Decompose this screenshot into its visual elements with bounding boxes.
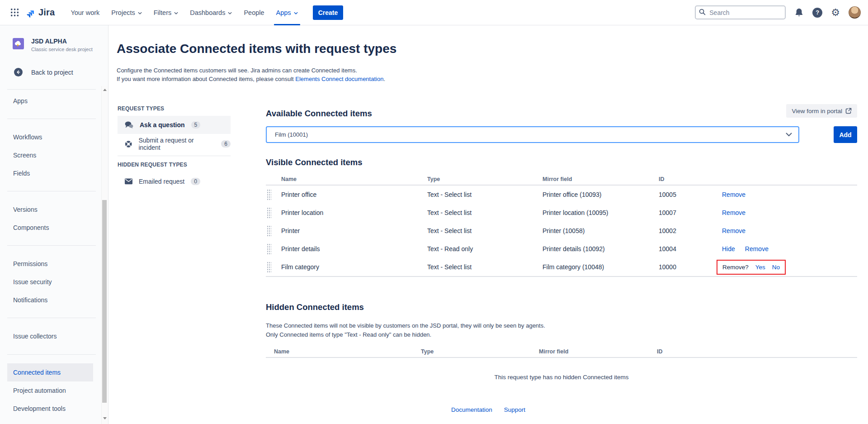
- app-switcher-icon[interactable]: [7, 5, 22, 20]
- jira-logo-icon: [24, 7, 36, 18]
- description-line-2: If you want more information about Conne…: [117, 75, 385, 83]
- hidden-section-description: These Connected items will not be visibl…: [266, 321, 545, 339]
- connected-item-select[interactable]: Film (10001): [266, 126, 799, 143]
- available-connected-items-heading: Available Connected items: [266, 109, 372, 119]
- request-type-count-badge: 5: [191, 121, 201, 129]
- elements-connect-documentation-link[interactable]: Elements Connect documentation: [295, 76, 383, 82]
- cell-id: 10002: [659, 227, 722, 234]
- chevron-down-icon: [138, 12, 142, 14]
- remove-link[interactable]: Remove: [722, 227, 745, 234]
- settings-gear-icon[interactable]: ⚙: [831, 8, 840, 18]
- nav-label: Apps: [276, 9, 291, 16]
- user-avatar[interactable]: [849, 6, 861, 19]
- sidebar-item-components[interactable]: Components: [13, 223, 49, 232]
- table-row: Film category Text - Select list Film ca…: [266, 258, 857, 276]
- table-row: Printer Text - Select list Printer (1005…: [266, 222, 857, 240]
- column-header-name: Name: [274, 348, 421, 355]
- confirm-no-link[interactable]: No: [772, 264, 780, 271]
- nav-label: Filters: [154, 9, 171, 16]
- confirm-yes-link[interactable]: Yes: [755, 264, 765, 271]
- support-link[interactable]: Support: [504, 406, 525, 413]
- speech-bubbles-icon: [125, 121, 133, 129]
- remove-link[interactable]: Remove: [745, 245, 769, 252]
- remove-link[interactable]: Remove: [722, 209, 745, 216]
- nav-projects[interactable]: Projects: [105, 0, 147, 25]
- remove-link[interactable]: Remove: [722, 191, 745, 198]
- nav-people[interactable]: People: [238, 0, 270, 25]
- sidebar-item-issue-security[interactable]: Issue security: [13, 277, 52, 286]
- sidebar-item-development-tools[interactable]: Development tools: [13, 404, 66, 413]
- cell-id: 10000: [659, 263, 722, 271]
- back-to-project-button[interactable]: Back to project: [14, 68, 73, 76]
- hidden-description-line-1: These Connected items will not be visibl…: [266, 321, 545, 330]
- nav-apps[interactable]: Apps: [270, 0, 304, 25]
- add-button[interactable]: Add: [834, 126, 857, 143]
- divider: [7, 354, 96, 355]
- request-type-submit-a-request-or-incident[interactable]: Submit a request or incident 6: [118, 136, 231, 152]
- drag-handle-icon[interactable]: [267, 207, 271, 218]
- jira-logo[interactable]: Jira: [24, 7, 55, 18]
- cell-type: Text - Read only: [427, 245, 542, 252]
- request-types-section-label: REQUEST TYPES: [118, 105, 164, 112]
- page-title: Associate Connected items with request t…: [117, 42, 396, 56]
- notifications-bell-icon[interactable]: [794, 8, 804, 17]
- hidden-request-types-section-label: HIDDEN REQUEST TYPES: [118, 162, 187, 168]
- empty-state-message: This request type has no hidden Connecte…: [266, 358, 857, 396]
- table-header-row: Name Type Mirror field ID: [266, 346, 857, 358]
- page-description: Configure the Connected items customers …: [117, 66, 385, 83]
- request-type-ask-a-question[interactable]: Ask a question 5: [118, 116, 231, 134]
- sidebar-item-connected-items[interactable]: Connected items: [7, 363, 93, 381]
- sidebar-item-project-automation[interactable]: Project automation: [13, 386, 66, 395]
- top-navigation-bar: Jira Your work Projects Filters Dashboar…: [0, 0, 868, 25]
- cell-type: Text - Select list: [427, 191, 542, 198]
- drag-handle-icon[interactable]: [267, 243, 271, 254]
- drag-handle-icon[interactable]: [267, 225, 271, 236]
- drag-handle-icon[interactable]: [267, 262, 271, 272]
- sidebar-item-screens[interactable]: Screens: [13, 151, 36, 160]
- cell-type: Text - Select list: [427, 227, 542, 234]
- create-button[interactable]: Create: [313, 5, 344, 20]
- divider: [7, 89, 96, 90]
- table-row: Printer office Text - Select list Printe…: [266, 186, 857, 204]
- scrollbar-down-arrow[interactable]: [103, 417, 107, 419]
- view-form-in-portal-button[interactable]: View form in portal: [786, 104, 857, 118]
- sidebar-item-fields[interactable]: Fields: [13, 169, 30, 178]
- search-icon: [699, 9, 706, 15]
- help-icon[interactable]: ?: [812, 8, 822, 18]
- request-type-emailed-request[interactable]: Emailed request 0: [118, 173, 231, 190]
- cell-id: 10004: [659, 245, 722, 252]
- sidebar-item-versions[interactable]: Versions: [13, 205, 38, 214]
- sidebar-scrollbar-thumb[interactable]: [102, 200, 107, 403]
- search-box: [695, 5, 786, 19]
- hide-link[interactable]: Hide: [722, 245, 735, 252]
- view-form-label: View form in portal: [792, 108, 842, 114]
- nav-your-work[interactable]: Your work: [65, 0, 105, 25]
- documentation-link[interactable]: Documentation: [451, 406, 492, 413]
- project-type: Classic service desk project: [31, 47, 93, 52]
- sidebar-item-apps[interactable]: Apps: [13, 96, 28, 105]
- search-input[interactable]: [695, 5, 786, 19]
- sidebar-item-notifications[interactable]: Notifications: [13, 295, 47, 305]
- sidebar-item-workflows[interactable]: Workflows: [13, 133, 42, 142]
- sidebar-item-permissions[interactable]: Permissions: [13, 259, 47, 268]
- cell-type: Text - Select list: [427, 263, 542, 271]
- sidebar-item-issue-collectors[interactable]: Issue collectors: [13, 332, 57, 341]
- question-mark-glyph: ?: [816, 9, 819, 16]
- chevron-down-icon: [786, 133, 792, 137]
- arrow-left-icon: [14, 68, 23, 76]
- nav-dashboards[interactable]: Dashboards: [184, 0, 238, 25]
- page-footer: Documentation Support: [108, 406, 868, 413]
- back-to-project-label: Back to project: [31, 69, 73, 76]
- divider: [7, 318, 96, 318]
- cell-name: Printer: [281, 227, 427, 234]
- visible-connected-items-table: Name Type Mirror field ID Printer office…: [266, 173, 857, 277]
- column-header-type: Type: [421, 348, 539, 355]
- nav-filters[interactable]: Filters: [148, 0, 184, 25]
- column-header-name: Name: [281, 176, 427, 182]
- life-ring-icon: [125, 140, 132, 148]
- remove-confirm-prompt: Remove?: [722, 264, 749, 271]
- scrollbar-up-arrow[interactable]: [103, 89, 107, 91]
- external-link-icon: [845, 108, 852, 114]
- cell-mirror-field: Printer (10058): [542, 227, 659, 234]
- drag-handle-icon[interactable]: [267, 189, 271, 200]
